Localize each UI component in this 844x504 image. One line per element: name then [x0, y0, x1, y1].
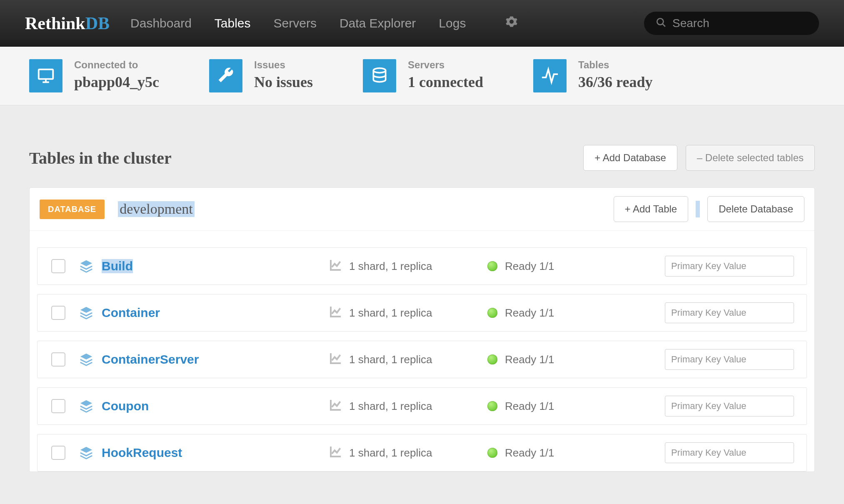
status-text: Ready 1/1	[505, 260, 554, 273]
database-icon	[363, 59, 396, 92]
status-text: Ready 1/1	[505, 307, 554, 319]
row-checkbox[interactable]	[51, 259, 65, 273]
status-dot-icon	[487, 401, 497, 411]
stat-servers-value: 1 connected	[408, 73, 483, 91]
name-cell: Coupon	[79, 399, 329, 413]
layers-icon	[79, 259, 93, 273]
svg-point-5	[373, 68, 385, 73]
stat-tables-value: 36/36 ready	[578, 73, 652, 91]
stat-servers: Servers 1 connected	[363, 59, 483, 92]
table-name[interactable]: Container	[102, 306, 160, 320]
shard-cell: 1 shard, 1 replica	[329, 352, 487, 368]
search-icon	[656, 17, 667, 30]
nav-servers[interactable]: Servers	[274, 16, 317, 30]
table-name[interactable]: ContainerServer	[102, 352, 199, 367]
add-table-button[interactable]: + Add Table	[614, 196, 689, 222]
nav-dashboard[interactable]: Dashboard	[130, 16, 192, 30]
status-cell: Ready 1/1	[487, 447, 596, 459]
shard-text: 1 shard, 1 replica	[349, 353, 432, 366]
shard-text: 1 shard, 1 replica	[349, 400, 432, 413]
shard-cell: 1 shard, 1 replica	[329, 305, 487, 321]
shard-cell: 1 shard, 1 replica	[329, 258, 487, 274]
primary-key-input[interactable]	[665, 256, 794, 277]
main: Tables in the cluster + Add Database – D…	[0, 105, 844, 472]
database-name[interactable]: development	[118, 201, 195, 217]
status-cell: Ready 1/1	[487, 353, 596, 366]
chart-icon	[329, 258, 342, 274]
table-row: HookRequest 1 shard, 1 replica Ready 1/1	[37, 434, 807, 472]
stat-issues-value: No issues	[254, 73, 313, 91]
checkbox-cell	[37, 306, 79, 320]
name-cell: Container	[79, 306, 329, 320]
primary-key-input[interactable]	[665, 302, 794, 323]
status-text: Ready 1/1	[505, 447, 554, 459]
brand-logo[interactable]: RethinkDB	[25, 13, 110, 33]
status-cell: Ready 1/1	[487, 260, 596, 273]
delete-selected-button[interactable]: – Delete selected tables	[686, 145, 815, 171]
nav-data-explorer[interactable]: Data Explorer	[340, 16, 416, 30]
title-buttons: + Add Database – Delete selected tables	[583, 145, 815, 171]
primary-key-input[interactable]	[665, 349, 794, 370]
shard-text: 1 shard, 1 replica	[349, 260, 432, 273]
pulse-icon	[533, 59, 567, 92]
layers-icon	[79, 446, 93, 460]
stat-servers-label: Servers	[408, 59, 483, 71]
shard-cell: 1 shard, 1 replica	[329, 398, 487, 414]
chart-icon	[329, 398, 342, 414]
table-name[interactable]: HookRequest	[102, 446, 182, 460]
top-nav: RethinkDB Dashboard Tables Servers Data …	[0, 0, 844, 47]
stat-connected: Connected to pbapp04_y5c	[29, 59, 159, 92]
chart-icon	[329, 305, 342, 321]
pk-cell	[596, 256, 807, 277]
name-cell: ContainerServer	[79, 352, 329, 367]
checkbox-cell	[37, 259, 79, 273]
title-row: Tables in the cluster + Add Database – D…	[29, 145, 815, 171]
table-name[interactable]: Build	[102, 259, 133, 273]
stat-issues: Issues No issues	[209, 59, 313, 92]
primary-key-input[interactable]	[665, 442, 794, 463]
database-panel: DATABASE development + Add Table Delete …	[29, 187, 815, 472]
status-dot-icon	[487, 354, 497, 364]
nav-links: Dashboard Tables Servers Data Explorer L…	[130, 15, 619, 31]
brand-b: DB	[85, 14, 110, 33]
table-row: Build 1 shard, 1 replica Ready 1/1	[37, 247, 807, 285]
status-text: Ready 1/1	[505, 400, 554, 413]
stat-tables-label: Tables	[578, 59, 652, 71]
checkbox-cell	[37, 399, 79, 413]
row-checkbox[interactable]	[51, 399, 65, 413]
database-header: DATABASE development + Add Table Delete …	[30, 188, 814, 231]
shard-text: 1 shard, 1 replica	[349, 307, 432, 319]
layers-icon	[79, 399, 93, 413]
status-cell: Ready 1/1	[487, 400, 596, 413]
row-checkbox[interactable]	[51, 306, 65, 320]
search-input[interactable]	[672, 17, 807, 30]
table-row: ContainerServer 1 shard, 1 replica Ready…	[37, 341, 807, 378]
status-bar: Connected to pbapp04_y5c Issues No issue…	[0, 47, 844, 105]
shard-cell: 1 shard, 1 replica	[329, 445, 487, 461]
search-wrap[interactable]	[644, 12, 819, 35]
status-dot-icon	[487, 261, 497, 271]
gear-icon[interactable]	[505, 15, 518, 31]
table-name[interactable]: Coupon	[102, 399, 149, 413]
layers-icon	[79, 306, 93, 320]
pk-cell	[596, 349, 807, 370]
nav-logs[interactable]: Logs	[439, 16, 466, 30]
table-row: Coupon 1 shard, 1 replica Ready 1/1	[37, 387, 807, 425]
delete-database-button[interactable]: Delete Database	[707, 196, 804, 222]
add-database-button[interactable]: + Add Database	[583, 145, 677, 171]
row-checkbox[interactable]	[51, 446, 65, 460]
svg-point-0	[657, 18, 663, 25]
stat-tables: Tables 36/36 ready	[533, 59, 652, 92]
pk-cell	[596, 442, 807, 463]
nav-tables[interactable]: Tables	[215, 16, 251, 30]
status-cell: Ready 1/1	[487, 307, 596, 319]
checkbox-cell	[37, 446, 79, 460]
primary-key-input[interactable]	[665, 396, 794, 417]
pk-cell	[596, 302, 807, 323]
status-text: Ready 1/1	[505, 353, 554, 366]
checkbox-cell	[37, 352, 79, 367]
brand-a: Rethink	[25, 14, 85, 33]
row-checkbox[interactable]	[51, 352, 65, 367]
table-row: Container 1 shard, 1 replica Ready 1/1	[37, 294, 807, 332]
tables-list: Build 1 shard, 1 replica Ready 1/1 Conta…	[30, 231, 814, 472]
